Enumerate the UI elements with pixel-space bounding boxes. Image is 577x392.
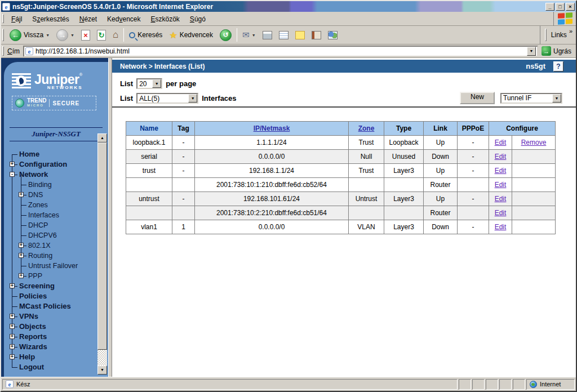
sidebar-item-dns[interactable]: +DNS <box>10 190 94 200</box>
links-chevron-icon[interactable]: » <box>569 28 572 34</box>
internet-globe-icon <box>530 381 537 388</box>
edit-link[interactable]: Edit <box>495 139 507 146</box>
frame-divider[interactable] <box>108 58 112 377</box>
research-button[interactable] <box>308 29 325 41</box>
stop-button[interactable]: × <box>78 28 94 42</box>
sidebar-item-untrust-failover[interactable]: Untrust Failover <box>10 261 94 271</box>
links-bar[interactable]: Links » <box>540 26 576 44</box>
collapse-icon[interactable]: - <box>10 172 15 177</box>
sidebar-item-802-1x[interactable]: +802.1X <box>10 240 94 251</box>
sidebar-item-mcast-policies[interactable]: MCast Policies <box>10 301 94 311</box>
back-dropdown-icon[interactable]: ▼ <box>46 33 50 37</box>
minimize-button[interactable]: _ <box>545 3 554 11</box>
forward-dropdown-icon[interactable]: ▼ <box>70 33 74 37</box>
remove-link[interactable]: Remove <box>521 139 547 146</box>
mail-button[interactable]: ✉ ▼ <box>239 28 259 42</box>
per-page-dropdown-icon[interactable]: ▼ <box>152 79 161 88</box>
expand-icon[interactable]: + <box>19 273 24 278</box>
expand-icon[interactable]: + <box>10 162 15 167</box>
menu-item[interactable]: Súgó <box>185 14 211 25</box>
sidebar-item-help[interactable]: +Help <box>10 352 94 362</box>
refresh-button[interactable]: ↻ <box>94 28 109 42</box>
edit-cell: Edit <box>489 150 512 164</box>
history-button[interactable]: ↺ <box>216 28 235 43</box>
edit-link[interactable]: Edit <box>495 195 507 203</box>
search-button[interactable]: Keresés <box>126 29 166 41</box>
scroll-up-button[interactable]: ▲ <box>97 133 107 142</box>
column-sort-link[interactable]: IP/Netmask <box>254 124 290 132</box>
expand-icon[interactable]: + <box>10 354 15 359</box>
back-button[interactable]: ← Vissza ▼ <box>6 28 53 43</box>
sidebar-item-dhcpv6[interactable]: DHCPV6 <box>10 230 94 240</box>
sidebar-item-logout[interactable]: Logout <box>10 362 94 372</box>
interface-filter-select[interactable]: ALL(5) ▼ <box>136 93 198 104</box>
mail-dropdown-icon[interactable]: ▼ <box>252 33 256 37</box>
expand-icon[interactable]: + <box>19 253 24 258</box>
favorites-button[interactable]: ★ Kedvencek <box>166 28 216 42</box>
sidebar-item-reports[interactable]: +Reports <box>10 332 94 342</box>
help-button[interactable]: ? <box>553 61 563 72</box>
per-page-select[interactable]: 20 ▼ <box>136 78 162 89</box>
interface-type-select[interactable]: Tunnel IF ▼ <box>500 93 562 104</box>
sidebar-item-routing[interactable]: +Routing <box>10 251 94 261</box>
menu-item[interactable]: Fájl <box>6 14 27 25</box>
menu-item[interactable]: Nézet <box>74 14 102 25</box>
edit-page-button[interactable] <box>276 29 292 41</box>
edit-link[interactable]: Edit <box>495 223 507 231</box>
home-button[interactable]: ⌂ <box>109 28 122 42</box>
sidebar-item-screening[interactable]: +Screening <box>10 281 94 291</box>
menu-item[interactable]: Szerkesztés <box>27 14 74 25</box>
expand-icon[interactable]: + <box>10 344 15 349</box>
menu-grip[interactable] <box>2 14 4 24</box>
expand-icon[interactable]: + <box>19 243 24 248</box>
expand-icon[interactable]: + <box>10 324 15 329</box>
link-cell: Up <box>424 164 458 178</box>
sidebar-item-vpns[interactable]: +VPNs <box>10 311 94 322</box>
sidebar-item-configuration[interactable]: +Configuration <box>10 159 94 170</box>
address-grip[interactable] <box>2 46 4 55</box>
edit-link[interactable]: Edit <box>495 167 507 175</box>
address-input[interactable]: e http://192.168.1.1/nswebui.html ▼ <box>23 46 538 57</box>
maximize-button[interactable]: □ <box>556 3 565 11</box>
scroll-thumb[interactable] <box>97 142 107 350</box>
go-button[interactable]: → Ugrás <box>538 45 575 57</box>
sidebar-item-home[interactable]: Home <box>10 149 94 159</box>
edit-link[interactable]: Edit <box>495 181 507 189</box>
sidebar-item-binding[interactable]: Binding <box>10 180 94 190</box>
links-grip[interactable] <box>545 29 547 41</box>
sidebar-item-zones[interactable]: Zones <box>10 200 94 210</box>
menu-item[interactable]: Kedvencek <box>102 14 145 25</box>
expand-icon[interactable]: + <box>19 192 24 197</box>
menu-item[interactable]: Eszközök <box>145 14 184 25</box>
messenger-button[interactable] <box>325 29 341 41</box>
print-button[interactable] <box>259 29 276 41</box>
sidebar-item-objects[interactable]: +Objects <box>10 322 94 332</box>
expand-icon[interactable]: + <box>10 314 15 319</box>
sidebar-item-network[interactable]: -Network <box>10 170 94 180</box>
notes-button[interactable] <box>292 29 308 41</box>
address-dropdown-button[interactable]: ▼ <box>527 47 536 56</box>
edit-link[interactable]: Edit <box>495 209 507 217</box>
expand-icon[interactable]: + <box>10 283 15 288</box>
close-button[interactable]: × <box>566 3 575 11</box>
sidebar-item-ppp[interactable]: +PPP <box>10 271 94 281</box>
column-sort-link[interactable]: Zone <box>358 124 375 132</box>
sidebar-item-wizards[interactable]: +Wizards <box>10 342 94 352</box>
name-cell <box>126 178 172 192</box>
new-button[interactable]: New <box>460 92 495 104</box>
sidebar-item-policies[interactable]: Policies <box>10 291 94 301</box>
expand-icon[interactable]: + <box>10 334 15 339</box>
status-cell <box>486 379 498 390</box>
sidebar-item-dhcp[interactable]: DHCP <box>10 220 94 230</box>
type-dropdown-icon[interactable]: ▼ <box>552 94 561 103</box>
scroll-down-button[interactable]: ▼ <box>97 366 107 375</box>
forward-button[interactable]: → ▼ <box>53 28 78 43</box>
sidebar-item-interfaces[interactable]: Interfaces <box>10 210 94 220</box>
interfaces-label: Interfaces <box>202 94 236 103</box>
sidebar-scrollbar[interactable]: ▲ ▼ <box>97 133 107 375</box>
zone-cell <box>349 206 384 220</box>
filter-dropdown-icon[interactable]: ▼ <box>188 94 197 103</box>
address-url[interactable]: http://192.168.1.1/nswebui.html <box>35 47 525 55</box>
toolbar-grip[interactable] <box>2 29 4 41</box>
edit-link[interactable]: Edit <box>495 153 507 161</box>
